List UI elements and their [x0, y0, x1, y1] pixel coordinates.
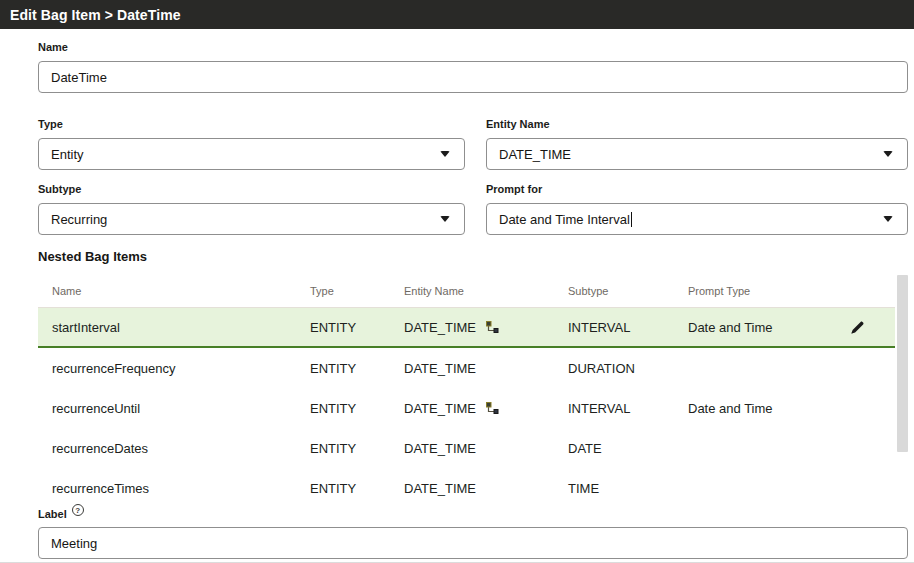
- name-input[interactable]: DateTime: [38, 61, 908, 93]
- col-header-subtype: Subtype: [568, 285, 688, 297]
- row-prompt-type: Date and Time: [688, 401, 820, 416]
- type-select[interactable]: Entity: [38, 138, 465, 170]
- row-type: ENTITY: [310, 361, 404, 376]
- table-scrollbar[interactable]: [897, 275, 908, 502]
- chevron-down-icon: [440, 216, 450, 222]
- entity-name-select[interactable]: DATE_TIME: [486, 138, 908, 170]
- row-name: startInterval: [38, 320, 310, 335]
- row-entity-name: DATE_TIME: [404, 320, 568, 335]
- scrollbar-thumb[interactable]: [897, 275, 908, 452]
- prompt-for-select[interactable]: Date and Time Interval: [486, 203, 908, 235]
- type-label: Type: [38, 118, 465, 130]
- table-body: startInterval ENTITY DATE_TIME INTERVAL …: [38, 308, 895, 502]
- col-header-name: Name: [38, 285, 310, 297]
- nested-entity-icon: [485, 320, 499, 334]
- row-entity-name: DATE_TIME: [404, 441, 568, 456]
- nested-bag-items-table: Name Type Entity Name Subtype Prompt Typ…: [38, 275, 908, 502]
- table-row[interactable]: recurrenceFrequency ENTITY DATE_TIME DUR…: [38, 348, 895, 388]
- chevron-down-icon: [440, 151, 450, 157]
- entity-name-select-value: DATE_TIME: [499, 147, 571, 162]
- title-bar: Edit Bag Item > DateTime: [0, 0, 914, 29]
- row-type: ENTITY: [310, 401, 404, 416]
- chevron-down-icon: [883, 151, 893, 157]
- row-subtype: INTERVAL: [568, 320, 688, 335]
- name-label: Name: [38, 41, 908, 53]
- col-header-prompt-type: Prompt Type: [688, 285, 820, 297]
- table-row[interactable]: recurrenceDates ENTITY DATE_TIME DATE: [38, 428, 895, 468]
- prompt-for-label: Prompt for: [486, 183, 908, 195]
- row-entity-name: DATE_TIME: [404, 361, 568, 376]
- table-row[interactable]: recurrenceTimes ENTITY DATE_TIME TIME: [38, 468, 895, 502]
- col-header-entity-name: Entity Name: [404, 285, 568, 297]
- type-field: Type Entity: [38, 118, 465, 170]
- row-name: recurrenceFrequency: [38, 361, 310, 376]
- table-row[interactable]: recurrenceUntil ENTITY DATE_TIME INTERVA…: [38, 388, 895, 428]
- label-field-label: Label: [38, 508, 67, 520]
- table-header-row: Name Type Entity Name Subtype Prompt Typ…: [38, 275, 895, 308]
- table-row[interactable]: startInterval ENTITY DATE_TIME INTERVAL …: [38, 308, 895, 348]
- row-entity-name: DATE_TIME: [404, 481, 568, 496]
- nested-bag-items-heading: Nested Bag Items: [38, 249, 908, 264]
- chevron-down-icon: [883, 216, 893, 222]
- row-entity-name: DATE_TIME: [404, 401, 568, 416]
- row-subtype: DURATION: [568, 361, 688, 376]
- entity-name-field: Entity Name DATE_TIME: [486, 118, 908, 170]
- entity-name-label: Entity Name: [486, 118, 908, 130]
- page-title: Edit Bag Item > DateTime: [10, 7, 181, 23]
- label-input[interactable]: Meeting: [38, 527, 908, 559]
- row-type: ENTITY: [310, 441, 404, 456]
- col-header-type: Type: [310, 285, 404, 297]
- row-name: recurrenceDates: [38, 441, 310, 456]
- prompt-for-field: Prompt for Date and Time Interval: [486, 183, 908, 235]
- edit-bag-item-dialog: Edit Bag Item > DateTime Name DateTime T…: [0, 0, 914, 563]
- subtype-field: Subtype Recurring: [38, 183, 465, 235]
- nested-entity-icon: [485, 401, 499, 415]
- row-type: ENTITY: [310, 481, 404, 496]
- help-icon[interactable]: ?: [72, 504, 84, 516]
- prompt-for-select-value: Date and Time Interval: [499, 212, 630, 227]
- row-name: recurrenceTimes: [38, 481, 310, 496]
- subtype-select-value: Recurring: [51, 212, 107, 227]
- name-input-value: DateTime: [51, 70, 107, 85]
- text-cursor: [631, 212, 633, 227]
- row-name: recurrenceUntil: [38, 401, 310, 416]
- type-select-value: Entity: [51, 147, 84, 162]
- edit-pencil-icon[interactable]: [850, 320, 865, 335]
- row-subtype: TIME: [568, 481, 688, 496]
- label-input-value: Meeting: [51, 536, 97, 551]
- subtype-label: Subtype: [38, 183, 465, 195]
- row-subtype: INTERVAL: [568, 401, 688, 416]
- row-type: ENTITY: [310, 320, 404, 335]
- subtype-select[interactable]: Recurring: [38, 203, 465, 235]
- row-prompt-type: Date and Time: [688, 320, 820, 335]
- row-subtype: DATE: [568, 441, 688, 456]
